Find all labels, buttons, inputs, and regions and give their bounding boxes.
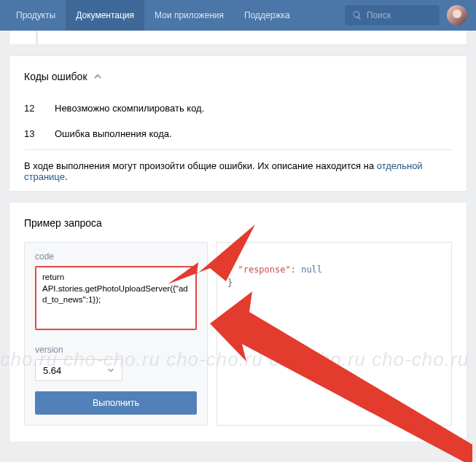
error-code: 12 — [24, 103, 42, 114]
nav-documentation[interactable]: Документация — [66, 0, 144, 31]
error-codes-title[interactable]: Коды ошибок — [24, 71, 452, 82]
example-request-block: Пример запроса code version 5.64 Выполни… — [9, 202, 467, 442]
response-key: "response" — [238, 265, 290, 275]
response-panel: { "response": null} — [216, 242, 452, 426]
error-codes-title-text: Коды ошибок — [24, 71, 87, 82]
chevron-down-icon — [107, 367, 114, 374]
error-code: 13 — [24, 128, 42, 139]
previous-block-stub — [9, 31, 467, 45]
error-row: 12 Невозможно скомпилировать код. — [24, 95, 452, 121]
response-value: null — [301, 265, 322, 275]
version-label: version — [35, 345, 197, 355]
divider — [24, 149, 452, 150]
request-panel: code version 5.64 Выполнить — [24, 242, 208, 426]
error-desc: Невозможно скомпилировать код. — [55, 103, 204, 114]
top-nav: Продукты Документация Мои приложения Под… — [0, 0, 476, 31]
code-input[interactable] — [35, 266, 197, 330]
error-note: В ходе выполнения могут произойти общие … — [24, 160, 452, 182]
avatar[interactable] — [447, 5, 467, 26]
search-input[interactable] — [367, 10, 425, 20]
version-value: 5.64 — [43, 365, 61, 376]
search-icon — [352, 10, 362, 20]
nav-products[interactable]: Продукты — [6, 0, 66, 31]
error-note-suffix: . — [65, 171, 68, 182]
error-row: 13 Ошибка выполнения кода. — [24, 121, 452, 146]
version-select[interactable]: 5.64 — [35, 359, 122, 381]
error-desc: Ошибка выполнения кода. — [55, 128, 172, 139]
error-note-prefix: В ходе выполнения могут произойти общие … — [24, 160, 377, 171]
search-box[interactable] — [345, 5, 440, 26]
chevron-up-icon — [93, 72, 102, 81]
code-label: code — [35, 251, 197, 262]
nav-my-apps[interactable]: Мои приложения — [144, 0, 234, 31]
error-codes-block: Коды ошибок 12 Невозможно скомпилировать… — [9, 55, 467, 192]
example-title: Пример запроса — [24, 217, 452, 229]
run-button[interactable]: Выполнить — [35, 391, 197, 415]
nav-support[interactable]: Поддержка — [234, 0, 300, 31]
